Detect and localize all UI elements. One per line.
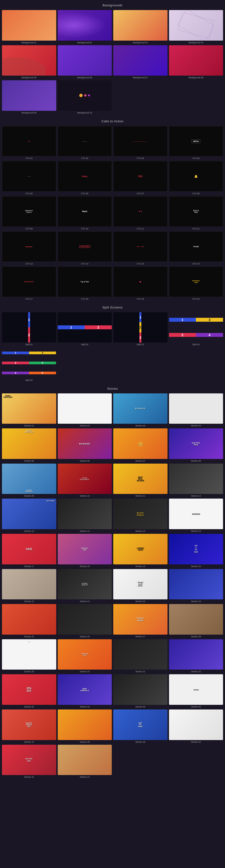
st-28-label: Stories 28 [191,636,201,638]
st-42-thumb[interactable] [58,745,112,775]
st-01-thumb[interactable]: ENJOYSMOOTHIES [2,393,56,424]
bg-07-thumb[interactable] [113,45,167,76]
st-20-thumb[interactable]: UNLITUTOR [169,534,223,564]
cta-02-label: CTA 02 [81,157,88,159]
st-23-thumb[interactable]: The way Isee thecamera... [113,569,167,600]
split-04-thumb[interactable]: 1 3 2 4 [169,312,223,343]
bg-10-thumb[interactable] [58,80,112,111]
st-06-label: Stories 06 [80,460,90,462]
st-37-thumb[interactable]: BLACKFRIDAY20% [2,710,56,740]
st-14-label: Stories 14 [80,530,90,532]
bg-06-thumb[interactable] [58,45,112,76]
split-05-thumb[interactable]: 1 4 2 5 3 6 [2,348,56,378]
cta-07-thumb[interactable]: Hot [113,161,167,191]
st-29-thumb[interactable]: " [2,639,56,670]
st-02-thumb[interactable] [58,393,112,424]
st-03-thumb[interactable]: BARBER [113,393,167,424]
st-04-thumb[interactable] [169,393,223,424]
cta-09-thumb[interactable]: amazonstore [2,196,56,227]
st-35-thumb[interactable] [113,674,167,705]
cta-16-thumb[interactable]: Script [169,231,223,262]
st-30-thumb[interactable]: FollowingPride [58,639,112,670]
st-19-thumb[interactable]: COMINGSOON [113,534,167,564]
cta-02-thumb[interactable]: — — [58,126,112,157]
st-31-thumb[interactable] [113,639,167,670]
list-item: Background 10 [58,80,112,114]
cta-11-thumb[interactable]: ♥ ♥ [113,196,167,227]
bg-04-thumb[interactable] [169,10,223,41]
cta-05-thumb[interactable]: —— [2,161,56,191]
st-39-thumb[interactable]: GETFITNOW [113,710,167,740]
st-05-thumb[interactable]: ENJOYSMOOTHIES [2,428,56,459]
st-15-thumb[interactable]: BLACKFRIDAY [113,499,167,529]
st-08-thumb[interactable]: ELECTROParty [169,428,223,459]
split-03-thumb[interactable]: 1 2 3 [113,312,167,343]
st-27-thumb[interactable]: STREETWEAR [113,604,167,634]
st-40-thumb[interactable] [169,710,223,740]
cta-01-thumb[interactable]: — [2,126,56,157]
st-36-thumb[interactable]: content [169,674,223,705]
bg-05-thumb[interactable] [2,45,56,76]
cta-14-thumb[interactable]: SUBSCRIBE [58,231,112,262]
split-01-thumb[interactable]: 1 2 [2,312,56,343]
bg-10-label: Background 10 [77,112,92,114]
st-25-thumb[interactable] [2,604,56,634]
list-item: GETFITNOW Stories 39 [113,710,167,743]
st-09-label: Stories 09 [24,495,34,497]
list-item: Stories 38 [58,710,112,743]
st-32-thumb[interactable] [169,639,223,670]
st-28-thumb[interactable] [169,604,223,634]
list-item: BLACK20% Stories 41 [2,745,56,778]
cta-19-thumb[interactable]: ● [113,267,167,297]
st-24-thumb[interactable] [169,569,223,600]
list-item: ● CTA 19 [113,267,167,300]
bg-02-thumb[interactable] [58,10,112,41]
st-17-thumb[interactable]: SAVE [2,534,56,564]
list-item: COMINGSOON Stories 19 [113,534,167,567]
st-11-thumb[interactable]: BESTDEALON NOW [113,464,167,494]
st-16-thumb[interactable]: avocena [169,499,223,529]
split-02-thumb[interactable]: 1 2 [58,312,112,343]
list-item: ELECTROParty Stories 08 [169,428,223,462]
bg-09-thumb[interactable] [2,80,56,111]
st-13-thumb[interactable]: ART EVENT [2,499,56,529]
st-07-thumb[interactable]: 🍔 [113,428,167,459]
cta-03-thumb[interactable]: —————— [113,126,167,157]
cta-08-thumb[interactable]: 🔔 [169,161,223,191]
bg-08-thumb[interactable] [169,45,223,76]
bg-01-thumb[interactable] [2,10,56,41]
st-38-thumb[interactable] [58,710,112,740]
cta-10-thumb[interactable]: feast [58,196,112,227]
st-06-thumb[interactable]: BURGER [58,428,112,459]
st-18-thumb[interactable]: SummerSale [58,534,112,564]
st-21-thumb[interactable] [2,569,56,600]
cta-20-thumb[interactable]: PremiumTrial [169,267,223,297]
st-12-thumb[interactable] [169,464,223,494]
cta-06-thumb[interactable]: Pizza [58,161,112,191]
st-16-label: Stories 16 [191,530,201,532]
cta-17-thumb[interactable]: HOTSHOT [2,267,56,297]
bg-06-label: Background 06 [77,76,92,79]
st-26-thumb[interactable] [58,604,112,634]
st-41-thumb[interactable]: BLACK20% [2,745,56,775]
list-item: —————— CTA 03 [113,126,167,160]
st-14-thumb[interactable] [58,499,112,529]
cta-04-thumb[interactable]: MENU [169,126,223,157]
cta-15-thumb[interactable]: ◄——► [113,231,167,262]
st-22-thumb[interactable]: DO NOTGIVE UP [58,569,112,600]
list-item: SummerSale Stories 18 [58,534,112,567]
backgrounds-grid: Background 01 Background 02 Background 0… [0,9,225,116]
st-33-thumb[interactable]: 25%OFF [2,674,56,705]
cta-18-thumb[interactable]: Try & Test [58,267,112,297]
cta-13-thumb[interactable]: ▬▬▬ [2,231,56,262]
list-item: HOTSHOT CTA 17 [2,267,56,300]
bg-03-thumb[interactable] [113,10,167,41]
st-34-thumb[interactable]: NEWARRIVALS [58,674,112,705]
list-item: BLACKFRIDAY20% Stories 37 [2,710,56,743]
cta-12-thumb[interactable]: Try it &Test [169,196,223,227]
list-item: Background 08 [169,45,223,79]
st-09-thumb[interactable]: PASSIONFOR PHOTO [2,464,56,494]
list-item: Hot CTA 07 [113,161,167,195]
stories-grid: ENJOYSMOOTHIES Stories 01 Stories 02 BAR… [0,393,225,780]
st-10-thumb[interactable]: OPENBUSINESS [58,464,112,494]
